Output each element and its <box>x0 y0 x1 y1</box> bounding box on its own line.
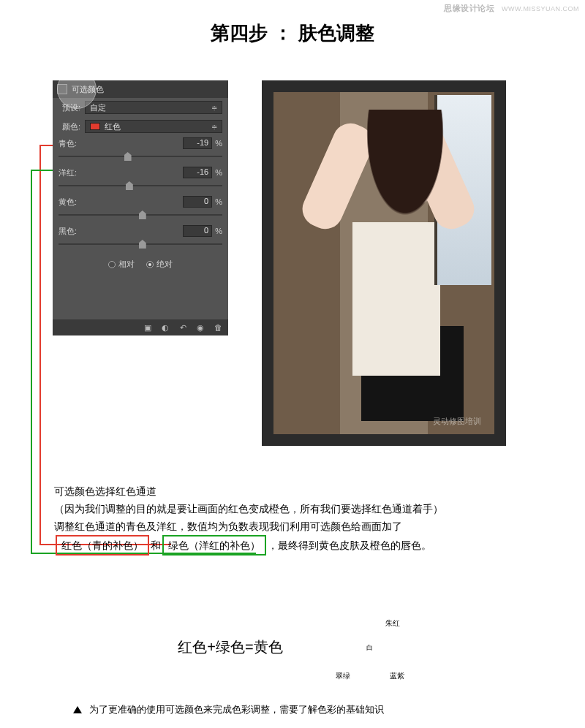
radio-absolute-label: 绝对 <box>156 259 173 270</box>
panel-footer: ▣ ◐ ↶ ◉ 🗑 <box>53 319 228 335</box>
black-pct: % <box>215 227 222 235</box>
magenta-pct: % <box>215 168 222 177</box>
page-title: 第四步：肤色调整 <box>0 20 585 46</box>
reset-icon[interactable]: ↶ <box>177 322 189 333</box>
color-row: 颜色: 红色 ≑ <box>53 117 228 136</box>
cyan-label: 青色: <box>58 138 77 149</box>
title-name: 肤色调整 <box>298 22 374 44</box>
magenta-slider[interactable] <box>58 180 222 192</box>
result-image-frame: 灵动修图培训 <box>262 80 506 446</box>
slider-cyan: 青色: -19 % <box>53 136 228 162</box>
explain-line2: （因为我们调整的目的就是要让画面的红色变成橙色，所有我们要选择红色通道着手） <box>54 500 522 517</box>
color-select[interactable]: 红色 ≑ <box>85 120 222 133</box>
explain-l4b: 和 <box>151 539 161 551</box>
venn-label-red: 朱红 <box>385 618 400 629</box>
yellow-label: 黄色: <box>58 197 77 208</box>
radio-icon <box>146 261 154 268</box>
result-image: 灵动修图培训 <box>273 92 494 434</box>
watermark-url: WWW.MISSYUAN.COM <box>502 5 579 12</box>
color-swatch-icon <box>90 123 100 130</box>
color-venn-diagram: 朱红 翠绿 蓝紫 白 <box>334 614 407 680</box>
radio-relative[interactable]: 相对 <box>108 259 135 270</box>
color-value: 红色 <box>105 121 121 132</box>
black-slider[interactable] <box>58 238 222 250</box>
color-formula: 红色+绿色=黄色 <box>178 637 282 657</box>
explain-line3: 调整红色通道的青色及洋红，数值均为负数表现我们利用可选颜色给画面加了 <box>54 517 522 535</box>
radio-relative-label: 相对 <box>118 259 135 270</box>
explain-line4: 红色（青的补色）和绿色（洋红的补色），最终得到黄色皮肤及橙色的唇色。 <box>54 535 522 556</box>
highlight-green: 绿色（洋红的补色） <box>162 535 266 556</box>
venn-label-green: 翠绿 <box>336 671 350 681</box>
slider-yellow: 黄色: 0 % <box>53 194 228 221</box>
footnote-text: 为了更准确的使用可选颜色来完成色彩调整，需要了解色彩的基础知识 <box>89 703 384 716</box>
explanation-text: 可选颜色选择红色通道 （因为我们调整的目的就是要让画面的红色变成橙色，所有我们要… <box>54 482 522 556</box>
venn-label-blue: 蓝紫 <box>390 671 404 681</box>
color-label: 颜色: <box>58 121 80 132</box>
dropdown-arrows-icon: ≑ <box>211 104 217 112</box>
trash-icon[interactable]: 🗑 <box>212 322 224 333</box>
watermark-site: 思缘设计论坛 <box>444 4 494 12</box>
method-radio-group: 相对 绝对 <box>53 253 228 276</box>
radio-icon <box>108 261 116 268</box>
black-label: 黑色: <box>58 226 77 237</box>
slider-black: 黑色: 0 % <box>53 224 228 250</box>
footnote: 为了更准确的使用可选颜色来完成色彩调整，需要了解色彩的基础知识 <box>73 703 384 716</box>
magenta-label: 洋红: <box>58 167 77 178</box>
magenta-value[interactable]: -16 <box>183 167 212 178</box>
clip-icon[interactable]: ▣ <box>142 322 154 333</box>
visibility-icon[interactable]: ◉ <box>195 322 206 333</box>
panel-tabbar: 可选颜色 <box>53 80 228 98</box>
dropdown-arrows-icon: ≑ <box>211 123 217 131</box>
yellow-value[interactable]: 0 <box>183 196 212 208</box>
highlight-red: 红色（青的补色） <box>56 535 149 556</box>
formula-row: 红色+绿色=黄色 朱红 翠绿 蓝紫 白 <box>0 614 585 680</box>
prev-state-icon[interactable]: ◐ <box>159 322 171 333</box>
explain-l4d: ，最终得到黄色皮肤及橙色的唇色。 <box>268 539 431 551</box>
preset-value: 自定 <box>90 102 106 113</box>
title-colon: ： <box>273 22 292 44</box>
adjustment-icon[interactable] <box>57 69 97 109</box>
connector-red <box>39 145 41 545</box>
black-value[interactable]: 0 <box>183 225 212 237</box>
image-caption: 灵动修图培训 <box>433 416 481 427</box>
connector-green <box>31 170 56 171</box>
preset-select[interactable]: 自定 ≑ <box>85 101 222 114</box>
cyan-value[interactable]: -19 <box>183 137 212 149</box>
explain-line1: 可选颜色选择红色通道 <box>54 482 522 500</box>
selective-color-panel: 可选颜色 预设: 自定 ≑ 颜色: 红色 ≑ 青色: <box>53 80 228 335</box>
yellow-pct: % <box>215 197 222 206</box>
venn-label-white: 白 <box>366 643 373 653</box>
watermark: 思缘设计论坛 WWW.MISSYUAN.COM <box>444 3 579 14</box>
radio-absolute[interactable]: 绝对 <box>146 259 173 270</box>
cyan-pct: % <box>215 139 222 148</box>
title-step: 第四步 <box>211 22 268 44</box>
cyan-slider[interactable] <box>58 151 222 162</box>
triangle-bullet-icon <box>73 706 82 713</box>
connector-green <box>31 170 32 554</box>
yellow-slider[interactable] <box>58 209 222 221</box>
slider-magenta: 洋红: -16 % <box>53 165 228 192</box>
